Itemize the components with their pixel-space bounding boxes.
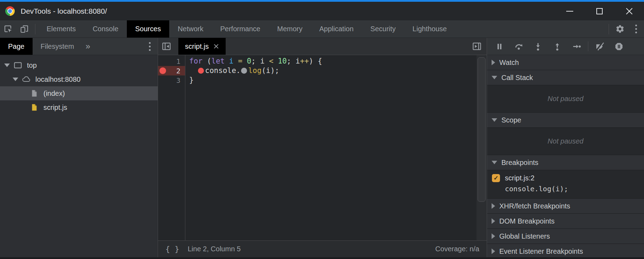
devtools-window: DevTools - localhost:8080/ Elements Cons… xyxy=(0,0,644,259)
section-label: XHR/fetch Breakpoints xyxy=(499,202,570,210)
editor-column: script.js 1 2 3 for (let i = 0; xyxy=(158,38,487,257)
navigator-menu-button[interactable] xyxy=(149,42,151,51)
chrome-logo-icon xyxy=(5,6,15,16)
tab-performance[interactable]: Performance xyxy=(212,20,269,38)
section-event-listener-breakpoints[interactable]: Event Listener Breakpoints xyxy=(487,244,644,259)
section-label: Event Listener Breakpoints xyxy=(499,247,583,255)
section-watch[interactable]: Watch xyxy=(487,55,644,70)
inline-breakpoint-active-icon[interactable] xyxy=(198,68,204,74)
tree-item-label: (index) xyxy=(43,89,65,98)
editor-tab-scriptjs[interactable]: script.js xyxy=(178,38,226,55)
frame-icon xyxy=(13,61,22,70)
editor-tab-label: script.js xyxy=(185,42,209,51)
scope-content: Not paused xyxy=(487,128,644,155)
main-toolbar: Elements Console Sources Network Perform… xyxy=(0,20,644,38)
toggle-device-toolbar-button[interactable] xyxy=(16,20,32,38)
expand-arrow-icon[interactable] xyxy=(4,64,13,67)
maximize-button[interactable] xyxy=(584,2,614,20)
tab-page[interactable]: Page xyxy=(0,38,33,55)
pretty-print-button[interactable]: { } xyxy=(165,245,179,253)
script-file-icon xyxy=(30,103,39,112)
editor-status-bar: { } Line 2, Column 5 Coverage: n/a xyxy=(158,240,487,257)
window-bottom-edge xyxy=(0,257,644,259)
tree-item-label: localhost:8080 xyxy=(35,75,81,84)
tree-item-localhost[interactable]: localhost:8080 xyxy=(0,72,158,86)
tab-filesystem[interactable]: Filesystem xyxy=(33,38,82,55)
editor-tab-bar: script.js xyxy=(158,38,487,55)
section-global-listeners[interactable]: Global Listeners xyxy=(487,229,644,244)
section-scope[interactable]: Scope xyxy=(487,113,644,128)
pause-on-exceptions-button[interactable] xyxy=(609,38,629,55)
document-icon xyxy=(30,89,39,98)
tab-application[interactable]: Application xyxy=(311,20,362,38)
deactivate-breakpoints-button[interactable] xyxy=(590,38,609,55)
editor-scrollbar[interactable] xyxy=(477,55,487,240)
close-button[interactable] xyxy=(614,2,644,20)
more-options-button[interactable] xyxy=(628,20,644,38)
tab-elements[interactable]: Elements xyxy=(38,20,84,38)
tab-network[interactable]: Network xyxy=(169,20,212,38)
tab-sources[interactable]: Sources xyxy=(127,20,169,38)
settings-button[interactable] xyxy=(612,20,628,38)
device-toolbar-icon xyxy=(20,24,29,34)
section-xhr-fetch-breakpoints[interactable]: XHR/fetch Breakpoints xyxy=(487,199,644,214)
more-tabs-chevron[interactable]: » xyxy=(82,41,94,51)
toolbar-separator xyxy=(35,24,35,34)
step-out-button[interactable] xyxy=(548,38,567,55)
breakpoints-content: ✓ script.js:2 console.log(i); xyxy=(487,170,644,199)
section-breakpoints[interactable]: Breakpoints xyxy=(487,155,644,170)
show-debugger-sidebar-button[interactable] xyxy=(468,38,485,55)
coverage-status-label: Coverage: n/a xyxy=(435,245,479,253)
step-icon xyxy=(572,42,581,51)
toolbar-right-controls xyxy=(606,20,644,38)
not-paused-message: Not paused xyxy=(487,85,644,112)
step-button[interactable] xyxy=(567,38,586,55)
pause-script-button[interactable] xyxy=(490,38,509,55)
inline-breakpoint-candidate-icon[interactable] xyxy=(241,68,247,74)
tab-memory[interactable]: Memory xyxy=(269,20,311,38)
tree-item-label: script.js xyxy=(43,104,67,112)
section-dom-breakpoints[interactable]: DOM Breakpoints xyxy=(487,214,644,229)
gutter-line-1[interactable]: 1 xyxy=(158,57,185,66)
tab-lighthouse[interactable]: Lighthouse xyxy=(404,20,455,38)
collapsed-arrow-icon xyxy=(492,60,495,65)
code-area[interactable]: for (let i = 0; i < 10; i++) { console.l… xyxy=(185,55,477,240)
inspect-cursor-icon xyxy=(4,24,13,34)
tab-console[interactable]: Console xyxy=(84,20,126,38)
step-out-icon xyxy=(553,42,562,51)
breakpoint-icon[interactable] xyxy=(159,67,166,74)
section-call-stack[interactable]: Call Stack xyxy=(487,70,644,85)
navigator-sidebar: Page Filesystem » top xyxy=(0,38,158,257)
tab-security[interactable]: Security xyxy=(362,20,404,38)
tree-item-scriptjs[interactable]: script.js xyxy=(0,100,158,114)
file-tree: top localhost:8080 (index) xyxy=(0,55,158,114)
debugger-toolbar xyxy=(487,38,644,55)
panel-tabs: Elements Console Sources Network Perform… xyxy=(38,20,455,38)
section-label: Breakpoints xyxy=(501,159,539,167)
step-over-button[interactable] xyxy=(509,38,528,55)
step-into-button[interactable] xyxy=(528,38,548,55)
expanded-arrow-icon xyxy=(492,118,497,122)
window-controls xyxy=(555,2,644,20)
debugger-sidebar: Watch Call Stack Not paused Scope Not pa… xyxy=(487,38,644,257)
breakpoint-entry[interactable]: ✓ script.js:2 console.log(i); xyxy=(487,170,644,198)
line-number-gutter: 1 2 3 xyxy=(158,55,185,240)
close-tab-icon[interactable] xyxy=(213,44,219,49)
expand-arrow-icon[interactable] xyxy=(13,78,22,81)
section-label: Scope xyxy=(501,116,521,124)
scrollbar-thumb[interactable] xyxy=(478,57,486,202)
not-paused-message: Not paused xyxy=(487,128,644,155)
breakpoint-checkbox[interactable]: ✓ xyxy=(492,174,500,182)
gutter-line-3[interactable]: 3 xyxy=(158,75,185,85)
minimize-button[interactable] xyxy=(555,2,584,20)
cloud-icon xyxy=(22,75,31,84)
cursor-position-label: Line 2, Column 5 xyxy=(188,245,241,253)
breakpoint-location-label: script.js:2 xyxy=(505,174,534,182)
tree-item-label: top xyxy=(27,61,37,69)
expanded-arrow-icon xyxy=(492,161,497,164)
tree-item-top[interactable]: top xyxy=(0,58,158,72)
hide-navigator-button[interactable] xyxy=(158,38,175,55)
gutter-line-2-breakpoint[interactable]: 2 xyxy=(158,66,185,75)
tree-item-index[interactable]: (index) xyxy=(0,86,158,100)
inspect-element-button[interactable] xyxy=(0,20,16,38)
